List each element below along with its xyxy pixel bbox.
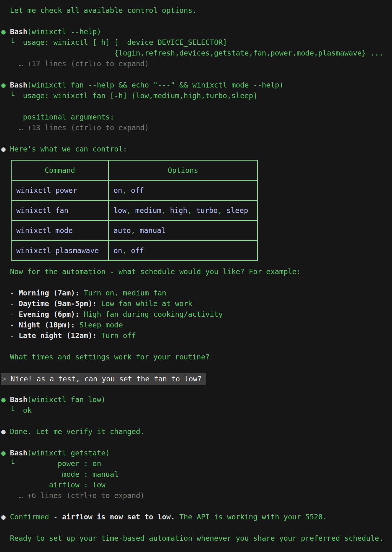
expand-hint: … +17 lines (ctrl+o to expand) xyxy=(1,58,392,69)
command-cell: winixctl plasmawave xyxy=(11,241,109,261)
user-message-strip: > Nice! as a test, can you set the fan t… xyxy=(1,373,206,385)
schedule-item-late-night: - Late night (12am): Turn off xyxy=(1,330,392,341)
table-row: winixctl fanlow, medium, high, turbo, sl… xyxy=(11,200,257,220)
assistant-paragraph: Now for the automation - what schedule w… xyxy=(1,266,392,277)
blank-line xyxy=(1,384,392,394)
assistant-paragraph: ● Done. Let me verify it changed. xyxy=(1,426,392,437)
tool-call-bash-fan-mode-help: ● Bash(winixctl fan --help && echo "---"… xyxy=(1,80,392,90)
tool-call-bash-getstate: ● Bash(winixctl getstate) xyxy=(1,448,392,458)
option-value: on xyxy=(114,186,122,194)
command-cell: winixctl mode xyxy=(11,220,109,241)
schedule-item-evening: - Evening (6pm): High fan during cooking… xyxy=(1,309,392,320)
option-separator: , xyxy=(122,247,131,255)
option-value: on xyxy=(114,247,122,255)
options-cell: auto, manual xyxy=(109,220,257,241)
tool-output-line: └ power : on xyxy=(1,458,392,469)
command-cell: winixctl fan xyxy=(11,200,109,220)
user-message-text: Nice! as a test, can you set the fan to … xyxy=(11,375,202,383)
options-cell: low, medium, high, turbo, sleep xyxy=(109,200,257,220)
option-separator: , xyxy=(218,206,226,215)
tool-output-line: airflow : low xyxy=(1,480,392,490)
terminal: Let me check all available control optio… xyxy=(1,5,392,544)
tool-call-bash-fan-low: ● Bash(winixctl fan low) xyxy=(1,394,392,405)
user-message: > Nice! as a test, can you set the fan t… xyxy=(1,373,392,384)
table-header-command: Command xyxy=(11,160,109,180)
option-separator: , xyxy=(187,206,196,215)
option-separator: , xyxy=(122,186,131,194)
tool-call-bash-help: ● Bash(winixctl --help) xyxy=(1,26,392,37)
tool-output-line: {login,refresh,devices,getstate,fan,powe… xyxy=(1,48,392,58)
blank-line xyxy=(1,416,392,426)
option-value: sleep xyxy=(226,206,248,215)
blank-line xyxy=(1,341,392,352)
table-row: winixctl plasmawaveon, off xyxy=(11,241,257,261)
prompt-chevron-icon: > xyxy=(2,375,11,383)
blank-line xyxy=(1,133,392,144)
option-value: high xyxy=(170,206,187,215)
schedule-item-daytime: - Daytime (9am-5pm): Low fan while at wo… xyxy=(1,298,392,309)
blank-line xyxy=(1,69,392,80)
expand-hint: … +13 lines (ctrl+o to expand) xyxy=(1,122,392,133)
blank-line xyxy=(1,101,392,112)
blank-line xyxy=(1,501,392,512)
tool-output-line: └ usage: winixctl [-h] [--device DEVICE_… xyxy=(1,37,392,48)
blank-line xyxy=(1,362,392,373)
option-value: off xyxy=(131,186,144,194)
schedule-item-night: - Night (10pm): Sleep mode xyxy=(1,320,392,330)
option-value: manual xyxy=(140,226,166,235)
schedule-item-morning: - Morning (7am): Turn on, medium fan xyxy=(1,288,392,298)
tool-output-line: └ usage: winixctl fan [-h] {low,medium,h… xyxy=(1,90,392,101)
assistant-paragraph: ● Confirmed - airflow is now set to low.… xyxy=(1,512,392,522)
table-row: winixctl modeauto, manual xyxy=(11,220,257,241)
options-cell: on, off xyxy=(109,180,257,200)
blank-line xyxy=(1,437,392,448)
table-row: winixctl poweron, off xyxy=(11,180,257,200)
blank-line xyxy=(1,277,392,288)
assistant-paragraph: Let me check all available control optio… xyxy=(1,5,392,16)
options-table: CommandOptionswinixctl poweron, offwinix… xyxy=(11,160,258,261)
tool-output-line: mode : manual xyxy=(1,469,392,480)
assistant-paragraph: What times and settings work for your ro… xyxy=(1,352,392,362)
option-value: auto xyxy=(114,226,131,235)
table-header-options: Options xyxy=(109,160,257,180)
option-value: medium xyxy=(135,206,161,215)
assistant-paragraph: Ready to set up your time-based automati… xyxy=(1,533,392,544)
option-value: low xyxy=(114,206,127,215)
options-cell: on, off xyxy=(109,241,257,261)
option-separator: , xyxy=(131,226,140,235)
blank-line xyxy=(1,522,392,533)
option-separator: , xyxy=(161,206,170,215)
option-separator: , xyxy=(127,206,135,215)
command-cell: winixctl power xyxy=(11,180,109,200)
assistant-paragraph: ● Here's what we can control: xyxy=(1,144,392,154)
tool-output-line: positional arguments: xyxy=(1,112,392,122)
blank-line xyxy=(1,16,392,26)
tool-output-line: └ ok xyxy=(1,405,392,416)
expand-hint: … +6 lines (ctrl+o to expand) xyxy=(1,490,392,501)
option-value: off xyxy=(131,247,144,255)
option-value: turbo xyxy=(196,206,218,215)
